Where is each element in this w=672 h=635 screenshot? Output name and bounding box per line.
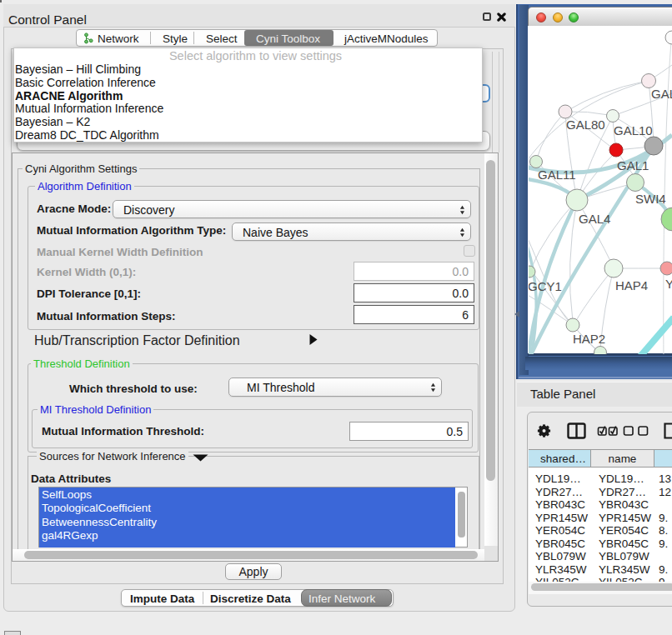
svg-text:GAL4: GAL4 xyxy=(579,212,610,226)
svg-text:HAP2: HAP2 xyxy=(573,332,605,346)
svg-text:Y: Y xyxy=(665,277,672,291)
svg-text:HAP4: HAP4 xyxy=(615,278,648,292)
svg-text:GCY1: GCY1 xyxy=(529,279,562,293)
svg-text:SWI4: SWI4 xyxy=(635,192,666,206)
svg-text:GAL10: GAL10 xyxy=(614,123,653,138)
svg-text:GAL11: GAL11 xyxy=(538,168,576,182)
svg-text:GAL80: GAL80 xyxy=(566,118,605,132)
svg-text:GAL7: GAL7 xyxy=(651,87,672,101)
svg-text:GAL1: GAL1 xyxy=(617,158,649,172)
